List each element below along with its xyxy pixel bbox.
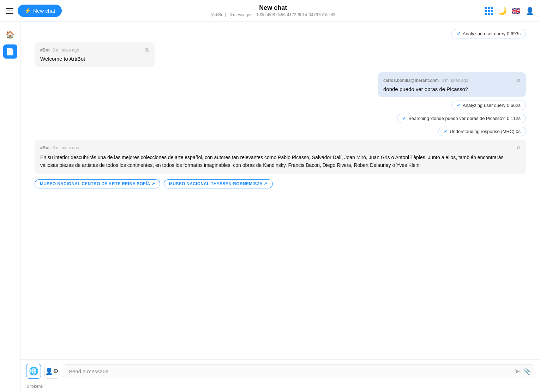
attach-button[interactable]: 📎: [523, 367, 531, 375]
input-wrapper: ➤ 📎: [63, 364, 534, 378]
status-pill-2: ✓ Analyzing user query 0.662s: [451, 101, 526, 110]
bot-bubble-answer: #Bot 3 minutes ago ⧉ En su interior desc…: [35, 140, 526, 174]
copy-icon-2[interactable]: ⧉: [517, 145, 520, 151]
status-analyzing-1: ✓ Analyzing user query 0.693s: [35, 29, 526, 38]
check-icon-1: ✓: [457, 31, 461, 36]
sidebar-item-home[interactable]: 🏠: [3, 28, 17, 42]
status-pill-1: ✓ Analyzing user query 0.693s: [451, 29, 526, 38]
user-meta-1: carlos.bonilla@iberant.com 3 minutes ago…: [383, 77, 520, 83]
status-pill-3: ✓ Searching 'donde puedo ver obras de Pi…: [397, 114, 526, 123]
chat-area: ✓ Analyzing user query 0.693s #Bot 3 min…: [20, 22, 540, 392]
language-icon[interactable]: 🇬🇧: [512, 7, 521, 15]
new-chat-button[interactable]: ⚡ New chat: [18, 5, 62, 17]
new-chat-label: New chat: [33, 8, 55, 14]
bot-time-2: 3 minutes ago: [53, 145, 79, 150]
status-text-1: Analyzing user query 0.693s: [463, 31, 521, 36]
status-text-4: Understanding response (MRC) 0s: [450, 129, 521, 134]
input-actions: ➤ 📎: [514, 367, 531, 375]
check-icon-4: ✓: [444, 129, 448, 134]
bubble-meta-1: #Bot 3 minutes ago ⧉: [40, 47, 149, 53]
source-links: MUSEO NACIONAL CENTRO DE ARTE REINA SOFÍ…: [35, 179, 526, 188]
dark-mode-icon[interactable]: 🌙: [498, 7, 507, 15]
user-copy-icon-1[interactable]: ⧉: [517, 77, 520, 83]
agent-button[interactable]: 👤⚙: [44, 364, 59, 379]
app-header: ⚡ New chat New chat [ArtiBot] - 3 messag…: [0, 0, 540, 22]
bolt-icon: ⚡: [24, 7, 31, 14]
status-searching: ✓ Searching 'donde puedo ver obras de Pi…: [35, 114, 526, 123]
header-right: 🌙 🇬🇧 👤: [485, 7, 534, 15]
tokens-label: 0 tokens: [26, 384, 43, 389]
check-icon-2: ✓: [457, 103, 461, 108]
bot-tag-2: #Bot: [40, 145, 50, 150]
tokens-section: 0 tokens: [20, 383, 540, 392]
user-icon[interactable]: 👤: [526, 7, 534, 15]
send-button[interactable]: ➤: [514, 367, 520, 375]
user-email-1: carlos.bonilla@iberant.com: [383, 78, 439, 83]
bot-answer-text: En su interior descubrirás una de las me…: [40, 153, 520, 169]
status-pill-4: ✓ Understanding response (MRC) 0s: [438, 127, 526, 136]
globe-icon: 🌐: [29, 367, 38, 376]
user-text-1: donde puedo ver obras de Picasso?: [383, 86, 520, 92]
main-layout: 🏠 📄 ✓ Analyzing user query 0.693s #Bot 3…: [0, 22, 540, 392]
bot-tag-1: #Bot: [40, 48, 50, 53]
status-analyzing-2: ✓ Analyzing user query 0.662s: [35, 101, 526, 110]
menu-icon[interactable]: [6, 8, 13, 14]
sidebar-item-docs[interactable]: 📄: [3, 44, 17, 59]
status-text-3: Searching 'donde puedo ver obras de Pica…: [408, 116, 521, 121]
apps-icon[interactable]: [485, 7, 493, 15]
header-center: New chat [ArtiBot] - 3 messages - 1d3da6…: [211, 4, 336, 17]
globe-button[interactable]: 🌐: [26, 364, 41, 379]
source-link-thyssen[interactable]: MUSEO NACIONAL THYSSEN-BORNEMISZA ↗: [164, 179, 273, 188]
header-left: ⚡ New chat: [6, 5, 62, 17]
page-subtitle: [ArtiBot] - 3 messages - 1d3da6d8-0c56-4…: [211, 12, 336, 17]
check-icon-3: ✓: [402, 116, 406, 121]
message-input[interactable]: [63, 364, 534, 378]
bot-bubble-welcome: #Bot 3 minutes ago ⧉ Welcome to ArtiBot: [35, 42, 155, 67]
page-title: New chat: [211, 4, 336, 12]
source-link-reina-sofia[interactable]: MUSEO NACIONAL CENTRO DE ARTE REINA SOFÍ…: [35, 179, 160, 188]
person-settings-icon: 👤⚙: [45, 367, 59, 375]
bubble-meta-2: #Bot 3 minutes ago ⧉: [40, 145, 520, 151]
sidebar: 🏠 📄: [0, 22, 20, 392]
status-understanding: ✓ Understanding response (MRC) 0s: [35, 127, 526, 136]
copy-icon-1[interactable]: ⧉: [145, 47, 149, 53]
user-time-1: 3 minutes ago: [442, 78, 468, 83]
bot-time-1: 3 minutes ago: [53, 48, 79, 53]
input-bar: 🌐 👤⚙ ➤ 📎: [20, 359, 540, 383]
user-bubble-1: carlos.bonilla@iberant.com 3 minutes ago…: [378, 72, 526, 97]
bot-text-1: Welcome to ArtiBot: [40, 56, 149, 62]
status-text-2: Analyzing user query 0.662s: [463, 103, 521, 108]
messages-container: ✓ Analyzing user query 0.693s #Bot 3 min…: [20, 22, 540, 359]
input-section: 🌐 👤⚙ ➤ 📎 0 tokens: [20, 359, 540, 392]
